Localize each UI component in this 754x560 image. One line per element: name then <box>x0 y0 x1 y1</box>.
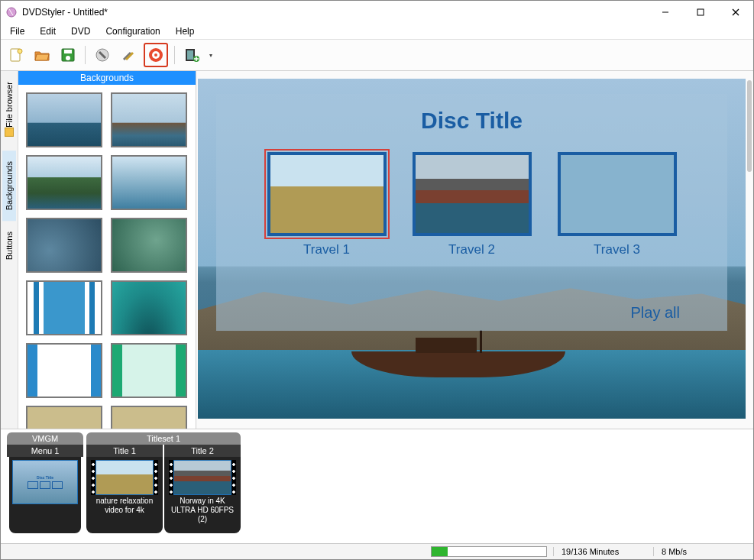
preview-scrollbar[interactable] <box>747 80 752 172</box>
tab-file-browser[interactable]: File browser <box>2 71 16 151</box>
title1-thumbnail[interactable] <box>95 460 154 495</box>
settings-button[interactable] <box>118 44 139 66</box>
menu-btn-travel-3-label: Travel 3 <box>594 242 640 257</box>
bg-blue-frame[interactable] <box>26 343 102 398</box>
folder-icon <box>5 128 14 137</box>
save-icon <box>60 47 76 63</box>
add-title-button[interactable] <box>181 44 202 66</box>
open-project-button[interactable] <box>31 44 53 66</box>
burn-disc-button[interactable] <box>144 43 168 67</box>
bg-teal-wave[interactable] <box>111 280 187 335</box>
preview-pane: Disc Title Travel 1Travel 2Travel 3 Play… <box>196 71 753 429</box>
menu-file[interactable]: File <box>4 24 31 38</box>
menu-btn-travel-1-label: Travel 1 <box>303 242 350 257</box>
menu-btn-travel-1[interactable]: Travel 1 <box>267 152 387 257</box>
bg-coastline[interactable] <box>26 155 102 210</box>
title2-caption: Norway in 4K ULTRA HD 60FPS (2) <box>167 497 238 524</box>
menu-btn-travel-3[interactable]: Travel 3 <box>558 152 677 257</box>
menu-preview[interactable]: Disc Title Travel 1Travel 2Travel 3 Play… <box>198 79 746 419</box>
status-bar: 19/136 Minutes 8 Mb/s <box>1 543 753 559</box>
new-file-icon <box>8 47 24 63</box>
backgrounds-panel: Backgrounds <box>18 71 196 429</box>
menu-bar: File Edit DVD Configuration Help <box>1 24 753 40</box>
menu1-thumbnail[interactable]: Disc Title <box>12 460 78 504</box>
save-project-button[interactable] <box>57 44 79 66</box>
toolbar-separator <box>85 46 86 64</box>
bg-plain-2[interactable] <box>111 406 187 429</box>
title2-thumbnail[interactable] <box>173 460 231 495</box>
svg-point-6 <box>18 49 22 53</box>
bg-blue-stripes[interactable] <box>26 280 102 335</box>
tab-backgrounds[interactable]: Backgrounds <box>2 151 16 221</box>
bg-blue-gradient[interactable] <box>111 155 187 210</box>
backgrounds-gallery[interactable] <box>18 85 196 429</box>
menu-buttons-row: Travel 1Travel 2Travel 3 <box>267 152 677 257</box>
bg-blue-blur[interactable] <box>26 218 102 273</box>
vmgm-menu-label: Menu 1 <box>7 445 83 457</box>
title1-body: nature relaxation video for 4k <box>86 457 163 533</box>
wrench-disc-icon <box>94 47 111 63</box>
menu-dvd[interactable]: DVD <box>65 24 96 38</box>
tab-file-browser-label: File browser <box>5 82 14 128</box>
tab-buttons-label: Buttons <box>5 231 14 260</box>
play-all-button[interactable]: Play all <box>631 304 680 322</box>
new-project-button[interactable] <box>5 44 27 66</box>
bitrate-status: 8 Mb/s <box>653 547 753 556</box>
vmgm-body: Disc Title <box>9 457 81 533</box>
title1-caption: nature relaxation video for 4k <box>89 497 160 515</box>
background-shipwreck <box>351 324 565 377</box>
burn-disc-icon <box>147 47 164 63</box>
tools-icon <box>120 47 137 63</box>
svg-point-9 <box>66 56 70 60</box>
bg-green-frame[interactable] <box>111 343 187 398</box>
menu-overlay: Disc Title Travel 1Travel 2Travel 3 Play… <box>216 94 727 331</box>
svg-rect-2 <box>697 9 704 15</box>
menu-configuration[interactable]: Configuration <box>99 24 166 38</box>
title1-label: Title 1 <box>86 445 163 457</box>
vmgm-head: VMGM <box>7 432 83 445</box>
title2-body: Norway in 4K ULTRA HD 60FPS (2) <box>164 457 241 533</box>
duration-status: 19/136 Minutes <box>553 547 653 556</box>
menu-btn-travel-3-thumb[interactable] <box>558 152 677 236</box>
menu-btn-travel-2[interactable]: Travel 2 <box>413 152 532 257</box>
add-title-dropdown[interactable]: ▾ <box>207 52 215 59</box>
menu-edit[interactable]: Edit <box>34 24 62 38</box>
tab-buttons[interactable]: Buttons <box>2 221 16 270</box>
bg-plain[interactable] <box>26 406 102 429</box>
timeline-panel[interactable]: VMGM Menu 1 Disc Title Titleset 1 Title … <box>1 429 753 543</box>
backgrounds-header: Backgrounds <box>18 71 196 85</box>
tab-backgrounds-label: Backgrounds <box>5 161 14 210</box>
filmstrip-add-icon <box>183 47 200 63</box>
toolbar-separator <box>174 46 175 64</box>
menu-btn-travel-2-thumb[interactable] <box>413 152 532 236</box>
bg-shipwreck[interactable] <box>111 92 187 147</box>
bg-ocean[interactable] <box>26 92 102 147</box>
close-button[interactable] <box>718 1 753 24</box>
disc-usage-progress <box>431 546 547 557</box>
titleset1-block[interactable]: Titleset 1 Title 1 nature relaxation vid… <box>86 432 241 533</box>
bg-green-blur[interactable] <box>111 218 187 273</box>
vmgm-block[interactable]: VMGM Menu 1 Disc Title <box>7 432 83 533</box>
window-title: DVDStyler - Untitled* <box>22 7 648 18</box>
svg-rect-8 <box>64 50 72 53</box>
title2-label: Title 2 <box>164 445 241 457</box>
app-window: DVDStyler - Untitled* File Edit DVD Conf… <box>0 0 754 560</box>
dvd-options-button[interactable] <box>92 44 113 66</box>
menu-btn-travel-2-label: Travel 2 <box>448 242 495 257</box>
toolbar: ▾ <box>1 40 753 71</box>
titleset1-head: Titleset 1 <box>86 432 241 445</box>
folder-open-icon <box>34 47 50 63</box>
menu-btn-travel-1-thumb[interactable] <box>267 152 387 236</box>
menu-help[interactable]: Help <box>170 24 201 38</box>
svg-point-13 <box>154 53 157 57</box>
side-tab-strip: File browser Backgrounds Buttons <box>1 71 18 429</box>
maximize-button[interactable] <box>683 1 718 24</box>
minimize-button[interactable] <box>648 1 683 24</box>
title-bar: DVDStyler - Untitled* <box>1 1 753 24</box>
disc-title-text[interactable]: Disc Title <box>421 108 523 134</box>
svg-rect-15 <box>187 50 193 60</box>
app-icon <box>5 6 18 18</box>
